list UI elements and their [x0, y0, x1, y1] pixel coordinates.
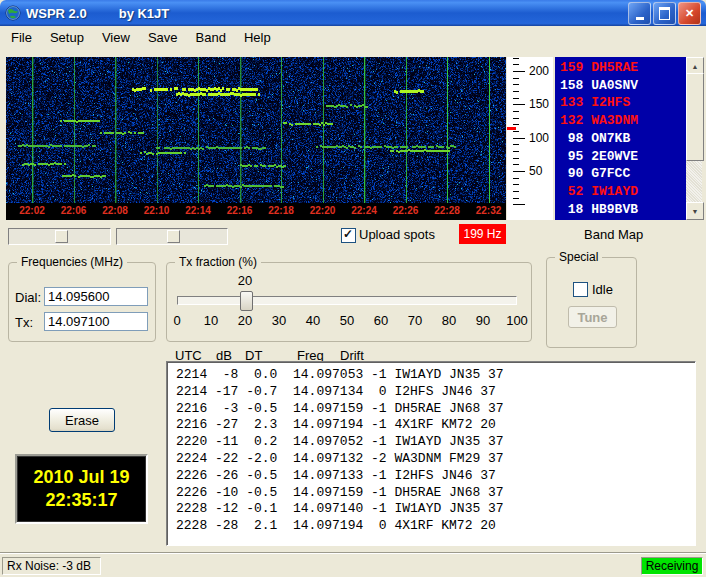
menu-item-save[interactable]: Save: [139, 27, 187, 48]
scale-tick: [513, 84, 519, 85]
waterfall-display[interactable]: 22:0222:0622:0822:1022:1422:1622:1822:20…: [6, 57, 506, 220]
band-map-entry[interactable]: 18 HB9BVB: [560, 201, 685, 219]
minimize-icon: [636, 17, 644, 20]
scale-tick: [513, 58, 519, 59]
decode-row: 2228 -12 -0.1 14.097140 -1 IW1AYD JN35 3…: [176, 501, 695, 518]
waterfall-timestamp: 22:02: [19, 205, 45, 216]
waterfall-gain-slider-thumb[interactable]: [55, 230, 68, 243]
scale-tick: [513, 78, 519, 79]
special-group: Special Idle Tune: [546, 257, 637, 348]
waterfall-timestamp: 22:24: [351, 205, 377, 216]
band-map-entry[interactable]: 90 G7FCC: [560, 165, 685, 183]
waterfall-timestamps: 22:0222:0622:0822:1022:1422:1622:1822:20…: [6, 203, 506, 220]
slider-tick-label: 100: [506, 313, 528, 328]
menu-item-view[interactable]: View: [93, 27, 139, 48]
tx-fraction-slider-thumb[interactable]: [240, 291, 253, 311]
waterfall-canvas[interactable]: [6, 57, 506, 203]
maximize-button[interactable]: [653, 2, 676, 25]
idle-checkbox[interactable]: [573, 282, 588, 297]
rx-noise-status: Rx Noise: -3 dB: [2, 557, 101, 575]
scale-label: 150: [529, 97, 549, 111]
tx-fraction-group: Tx fraction (%) 20 010203040506070809010…: [166, 262, 532, 342]
scale-tick: [513, 191, 519, 192]
scale-tick: [513, 71, 525, 72]
slider-tick-label: 60: [374, 313, 388, 328]
scale-tick: [513, 124, 519, 125]
minimize-button[interactable]: [628, 2, 651, 25]
band-map-entry[interactable]: 158 UA0SNV: [560, 77, 685, 95]
waterfall-timestamp: 22:14: [185, 205, 211, 216]
dial-frequency-input[interactable]: [44, 287, 148, 306]
band-map-entry[interactable]: 98 ON7KB: [560, 130, 685, 148]
scale-tick: [513, 64, 519, 65]
menu-item-help[interactable]: Help: [235, 27, 280, 48]
decode-row: 2216 -27 2.3 14.097194 -1 4X1RF KM72 20: [176, 417, 695, 434]
waterfall-timestamp: 22:26: [393, 205, 419, 216]
waterfall-timestamp: 22:28: [434, 205, 460, 216]
waterfall-timestamp: 22:10: [144, 205, 170, 216]
menu-item-file[interactable]: File: [2, 27, 41, 48]
band-map-entry[interactable]: 132 WA3DNM: [560, 112, 685, 130]
band-map-entry[interactable]: 133 I2HFS: [560, 94, 685, 112]
upload-spots-checkbox[interactable]: [341, 228, 356, 243]
close-button[interactable]: ✕: [678, 2, 701, 25]
slider-tick-label: 80: [442, 313, 456, 328]
waterfall-zero-slider[interactable]: [116, 228, 228, 245]
slider-tick-label: 10: [204, 313, 218, 328]
tx-frequency-input[interactable]: [44, 312, 148, 331]
decoded-spots-area[interactable]: 2214 -8 0.0 14.097053 -1 IW1AYD JN35 372…: [166, 361, 696, 546]
scrollbar-thumb[interactable]: [686, 73, 704, 161]
clock-date: 2010 Jul 19: [33, 467, 129, 488]
waterfall-zero-slider-thumb[interactable]: [167, 230, 180, 243]
app-globe-icon: [5, 5, 21, 21]
menu-item-setup[interactable]: Setup: [41, 27, 93, 48]
frequency-scale: 20015010050: [507, 57, 553, 220]
rx-freq-marker-icon: [507, 127, 516, 130]
band-map-entry[interactable]: 159 DH5RAE: [560, 59, 685, 77]
scale-tick: [513, 98, 519, 99]
wspr-window: WSPR 2.0 by K1JT ✕ FileSetupViewSaveBand…: [0, 0, 706, 577]
scale-tick: [513, 204, 525, 205]
upload-spots-label: Upload spots: [359, 227, 435, 242]
menu-item-band[interactable]: Band: [187, 27, 235, 48]
window-title: WSPR 2.0: [26, 6, 87, 21]
waterfall-timestamp: 22:20: [310, 205, 336, 216]
decode-row: 2224 -22 -2.0 14.097132 -2 WA3DNM FM29 3…: [176, 451, 695, 468]
slider-tick-label: 30: [272, 313, 286, 328]
dial-label: Dial:: [15, 290, 41, 305]
scale-tick: [513, 138, 525, 139]
scroll-down-button[interactable]: ▼: [686, 202, 704, 220]
tx-fraction-slider[interactable]: [177, 296, 517, 305]
decode-row: 2216 -3 -0.5 14.097159 -1 DH5RAE JN68 37: [176, 401, 695, 418]
title-bar[interactable]: WSPR 2.0 by K1JT ✕: [0, 0, 706, 26]
clock-display: 2010 Jul 19 22:35:17: [15, 454, 148, 524]
band-map-entry[interactable]: 95 2E0WVE: [560, 148, 685, 166]
slider-tick-label: 20: [238, 313, 252, 328]
frequencies-group: Frequencies (MHz) Dial: Tx:: [8, 262, 156, 342]
scale-tick: [513, 178, 519, 179]
decode-row: 2226 -26 -0.5 14.097133 -1 I2HFS JN46 37: [176, 468, 695, 485]
waterfall-timestamp: 22:08: [102, 205, 128, 216]
receiving-status: Receiving: [641, 557, 703, 575]
scale-tick: [513, 111, 519, 112]
waterfall-gain-slider[interactable]: [8, 228, 111, 245]
scale-tick: [513, 184, 519, 185]
scale-tick: [513, 118, 519, 119]
caption-buttons: ✕: [628, 2, 701, 25]
slider-tick-label: 50: [340, 313, 354, 328]
erase-button[interactable]: Erase: [49, 408, 115, 432]
arrow-up-icon: ▲: [692, 63, 699, 70]
decode-list: 2214 -8 0.0 14.097053 -1 IW1AYD JN35 372…: [167, 362, 695, 535]
frequencies-group-title: Frequencies (MHz): [17, 255, 127, 269]
status-bar: Rx Noise: -3 dB Receiving: [0, 553, 706, 577]
decode-row: 2214 -17 -0.7 14.097134 0 I2HFS JN46 37: [176, 384, 695, 401]
tune-button[interactable]: Tune: [568, 306, 617, 328]
scale-tick: [513, 91, 519, 92]
close-icon: ✕: [685, 7, 694, 20]
band-map-scrollbar[interactable]: ▲ ▼: [686, 57, 702, 220]
band-map-entry[interactable]: 52 IW1AYD: [560, 183, 685, 201]
maximize-icon: [659, 7, 670, 20]
slider-tick-label: 40: [306, 313, 320, 328]
band-map-list: 159 DH5RAE158 UA0SNV133 I2HFS132 WA3DNM …: [560, 59, 685, 220]
scale-tick: [513, 144, 519, 145]
